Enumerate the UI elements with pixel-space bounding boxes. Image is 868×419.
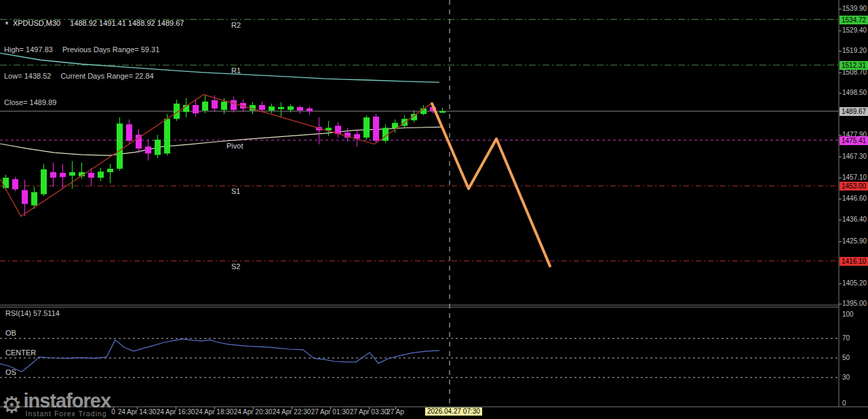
price-tick-mark (839, 283, 842, 284)
price-tick-label: 1425.90 (842, 237, 868, 245)
price-tick-mark (839, 135, 842, 136)
price-tick-mark (839, 9, 842, 9)
pivot-label-pivot: Pivot (226, 142, 243, 150)
price-highlight-gray: 1489.67 (840, 107, 868, 116)
time-tick-label: 24 Apr 22:30 (273, 408, 311, 416)
rsi-tick-label: 50 (842, 354, 868, 361)
rsi-tick-label: 70 (842, 334, 868, 342)
chevron-down-icon[interactable]: ▼ (4, 20, 9, 26)
price-tick-label: 1457.10 (842, 174, 868, 181)
watermark-tagline: Instant Forex Trading (25, 410, 111, 418)
rsi-zone-label-ob: OB (5, 329, 16, 337)
time-tick-label: 27 Apr 01:30 (311, 408, 350, 416)
pivot-label-s2: S2 (231, 262, 240, 271)
watermark-brand-text: instaforex (23, 392, 111, 410)
pivot-label-r2: R2 (231, 21, 241, 29)
trading-chart-window: ▼XPDUSD,M301488.92 1491.41 1488.92 1489.… (0, 0, 868, 419)
ohlc-values: 1488.92 1491.41 1488.92 1489.67 (70, 19, 184, 27)
time-tick-label: 24 Apr 18:30 (195, 408, 234, 416)
price-tick-mark (839, 73, 842, 73)
price-tick-label: 1467.30 (842, 153, 868, 160)
low-line: Low= 1438.52Current Days Range= 22.84 (4, 72, 184, 81)
prev-range-value: Previous Days Range= 59.31 (62, 45, 159, 54)
time-tick-label: 27 Ap (387, 408, 404, 416)
time-tick-label: 24 Apr 20:30 (234, 408, 273, 416)
price-tick-mark (839, 93, 842, 94)
time-tick-label: 24 Apr 14:30 (118, 408, 157, 416)
price-tick-mark (839, 304, 842, 304)
high-value: High= 1497.83 (4, 45, 53, 54)
price-tick-label: 1446.60 (842, 195, 868, 202)
pivot-label-s1: S1 (231, 187, 240, 195)
rsi-zone-label-os: OS (5, 368, 16, 376)
rsi-indicator-label: RSI(14) 57.5114 (5, 309, 60, 317)
close-line: Close= 1489.89 (4, 98, 184, 107)
price-tick-label: 1436.40 (842, 216, 868, 223)
price-tick-label: 1529.40 (842, 26, 868, 34)
low-value: Low= 1438.52 (4, 72, 51, 80)
chart-header: ▼XPDUSD,M301488.92 1491.41 1488.92 1489.… (4, 1, 184, 125)
price-tick-mark (839, 51, 842, 52)
high-line: High= 1497.83Previous Days Range= 59.31 (4, 45, 184, 54)
time-tick-label: 27 Apr 03:30 (350, 408, 389, 416)
rsi-line (0, 339, 439, 372)
rsi-zone-label-center: CENTER (5, 348, 36, 357)
pivot-label-r1: R1 (231, 66, 241, 75)
rsi-tick-label: 0 (842, 399, 868, 407)
price-highlight-red: 1453.00 (840, 182, 868, 191)
price-tick-mark (839, 199, 842, 199)
price-tick-label: 1405.20 (842, 279, 868, 287)
price-tick-mark (839, 220, 842, 220)
price-tick-mark (839, 241, 842, 242)
symbol-label: XPDUSD,M30 (13, 19, 60, 27)
instaforex-logo-gear-icon: ⚙ (1, 393, 22, 416)
time-tick-label: 24 Apr 16:30 (157, 408, 195, 416)
price-highlight-green: 1512.31 (840, 61, 868, 70)
price-tick-label: 1539.90 (842, 5, 868, 12)
rsi-tick-label: 30 (842, 374, 868, 381)
price-tick-mark (839, 157, 842, 157)
symbol-line: ▼XPDUSD,M301488.92 1491.41 1488.92 1489.… (4, 19, 184, 28)
price-tick-label: 1519.20 (842, 47, 868, 54)
close-value: Close= 1489.89 (4, 98, 56, 106)
price-highlight-red: 1416.10 (840, 257, 868, 266)
rsi-level-lines (0, 338, 839, 378)
rsi-tick-label: 100 (842, 311, 868, 318)
price-tick-label: 1498.50 (842, 89, 868, 96)
price-tick-mark (839, 178, 842, 178)
time-tick-label: 0 (111, 408, 115, 416)
price-highlight-magenta: 1475.41 (840, 136, 868, 145)
curr-range-value: Current Days Range= 22.84 (60, 72, 153, 80)
price-highlight-green: 1534.72 (840, 16, 868, 24)
price-tick-label: 1395.00 (842, 300, 868, 307)
crosshair-time-badge: 2026.04.27 07:30 (425, 407, 482, 416)
price-tick-mark (839, 31, 842, 31)
instaforex-watermark: ⚙ instaforex Instant Forex Trading (1, 392, 111, 418)
